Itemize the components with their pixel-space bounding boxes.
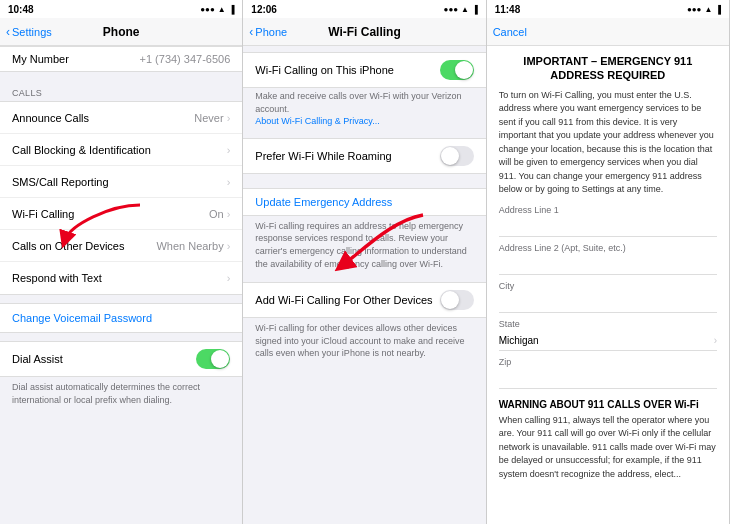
call-blocking-row[interactable]: Call Blocking & Identification › [0,134,242,166]
chevron-left-icon2: ‹ [249,25,253,39]
add-wifi-toggle-row[interactable]: Add Wi-Fi Calling For Other Devices [243,282,485,318]
wifi-icon: ▲ [218,5,226,14]
zip-input[interactable] [499,369,717,389]
wifi-calling-text: On [209,208,224,220]
calls-settings-group: Announce Calls Never › Call Blocking & I… [0,101,242,295]
wifi-privacy-link[interactable]: About Wi-Fi Calling & Privacy... [255,116,379,126]
cancel-button[interactable]: Cancel [493,26,527,38]
state-row[interactable]: Michigan › [499,331,717,351]
wifi-calling-label: Wi-Fi Calling [12,208,74,220]
call-blocking-value: › [227,144,231,156]
warning-title: WARNING ABOUT 911 CALLS OVER Wi-Fi [499,399,717,410]
add-wifi-desc: Wi-Fi calling for other devices allows o… [243,318,485,366]
sms-reporting-row[interactable]: SMS/Call Reporting › [0,166,242,198]
call-blocking-label: Call Blocking & Identification [12,144,151,156]
wifi-calling-scroll[interactable]: Wi-Fi Calling on This iPhone Make and re… [243,46,485,524]
status-bar-panel1: 10:48 ●●● ▲ ▐ [0,0,242,18]
phone-settings-scroll[interactable]: My Number +1 (734) 347-6506 CALLS Announ… [0,46,242,524]
settings-back-button[interactable]: ‹ Settings [6,25,52,39]
emergency-address-panel: 11:48 ●●● ▲ ▐ Cancel IMPORTANT – EMERGEN… [487,0,730,524]
signal-icon3: ●●● [687,5,702,14]
add-wifi-section: Add Wi-Fi Calling For Other Devices Wi-F… [243,282,485,366]
signal-icon2: ●●● [444,5,459,14]
update-emergency-link[interactable]: Update Emergency Address [255,196,392,208]
state-label: State [499,319,717,329]
my-number-row: My Number +1 (734) 347-6506 [0,46,242,72]
respond-text-label: Respond with Text [12,272,102,284]
wifi-calling-panel: 12:06 ●●● ▲ ▐ ‹ Phone Wi-Fi Calling Wi-F… [243,0,486,524]
cancel-label[interactable]: Cancel [493,26,527,38]
wifi-icon2: ▲ [461,5,469,14]
nav-bar-panel2: ‹ Phone Wi-Fi Calling [243,18,485,46]
sms-reporting-chevron: › [227,176,231,188]
prefer-roaming-row[interactable]: Prefer Wi-Fi While Roaming [243,138,485,174]
nav-title-panel1: Phone [103,25,140,39]
chevron-left-icon: ‹ [6,25,10,39]
my-number-value: +1 (734) 347-6506 [140,53,231,65]
update-emergency-desc: Wi-Fi calling requires an address to hel… [243,216,485,276]
sms-reporting-label: SMS/Call Reporting [12,176,109,188]
phone-back-button[interactable]: ‹ Phone [249,25,287,39]
phone-settings-panel: 10:48 ●●● ▲ ▐ ‹ Settings Phone My Number… [0,0,243,524]
emergency-content: IMPORTANT – EMERGENCY 911 ADDRESS REQUIR… [487,46,729,524]
announce-calls-text: Never [194,112,223,124]
address2-label: Address Line 2 (Apt, Suite, etc.) [499,243,717,253]
calls-other-chevron: › [227,240,231,252]
signal-icon: ●●● [200,5,215,14]
state-chevron-icon: › [714,335,717,346]
warning-desc: When calling 911, always tell the operat… [499,414,717,482]
city-label: City [499,281,717,291]
wifi-calling-toggle[interactable] [440,60,474,80]
announce-calls-value: Never › [194,112,230,124]
battery-icon: ▐ [229,5,235,14]
nav-bar-panel3: Cancel [487,18,729,46]
change-voicemail-row[interactable]: Change Voicemail Password [0,303,242,333]
wifi-calling-toggle-row[interactable]: Wi-Fi Calling on This iPhone [243,52,485,88]
address1-label: Address Line 1 [499,205,717,215]
phone-back-label: Phone [255,26,287,38]
status-icons-panel3: ●●● ▲ ▐ [687,5,721,14]
announce-calls-row[interactable]: Announce Calls Never › [0,102,242,134]
dial-assist-label: Dial Assist [12,353,63,365]
wifi-calling-value: On › [209,208,230,220]
dial-assist-row: Dial Assist [0,341,242,377]
add-wifi-toggle[interactable] [440,290,474,310]
call-blocking-chevron: › [227,144,231,156]
prefer-roaming-toggle[interactable] [440,146,474,166]
announce-calls-label: Announce Calls [12,112,89,124]
add-wifi-label: Add Wi-Fi Calling For Other Devices [255,294,432,306]
announce-calls-chevron: › [227,112,231,124]
battery-icon2: ▐ [472,5,478,14]
wifi-calling-chevron: › [227,208,231,220]
time-panel2: 12:06 [251,4,277,15]
sms-reporting-value: › [227,176,231,188]
respond-text-row[interactable]: Respond with Text › [0,262,242,294]
settings-back-label: Settings [12,26,52,38]
address2-input[interactable] [499,255,717,275]
nav-title-panel2: Wi-Fi Calling [328,25,401,39]
calls-other-row[interactable]: Calls on Other Devices When Nearby › [0,230,242,262]
nav-bar-panel1: ‹ Settings Phone [0,18,242,46]
city-input[interactable] [499,293,717,313]
my-number-label: My Number [12,53,69,65]
calls-other-text: When Nearby [156,240,223,252]
dial-assist-toggle[interactable] [196,349,230,369]
emergency-desc: To turn on Wi-Fi Calling, you must enter… [499,89,717,197]
wifi-calling-on-label: Wi-Fi Calling on This iPhone [255,64,394,76]
wifi-calling-row[interactable]: Wi-Fi Calling On › [0,198,242,230]
battery-icon3: ▐ [715,5,721,14]
respond-text-chevron: › [227,272,231,284]
update-emergency-row[interactable]: Update Emergency Address [243,188,485,216]
zip-label: Zip [499,357,717,367]
dial-assist-section: Dial Assist Dial assist automatically de… [0,341,242,410]
status-bar-panel3: 11:48 ●●● ▲ ▐ [487,0,729,18]
dial-assist-desc: Dial assist automatically determines the… [0,377,242,410]
wifi-calling-desc-text: Make and receive calls over Wi-Fi with y… [255,91,461,114]
wifi-icon3: ▲ [704,5,712,14]
status-icons-panel2: ●●● ▲ ▐ [444,5,478,14]
status-bar-panel2: 12:06 ●●● ▲ ▐ [243,0,485,18]
change-voicemail-link[interactable]: Change Voicemail Password [12,312,152,324]
time-panel3: 11:48 [495,4,521,15]
respond-text-value: › [227,272,231,284]
address1-input[interactable] [499,217,717,237]
